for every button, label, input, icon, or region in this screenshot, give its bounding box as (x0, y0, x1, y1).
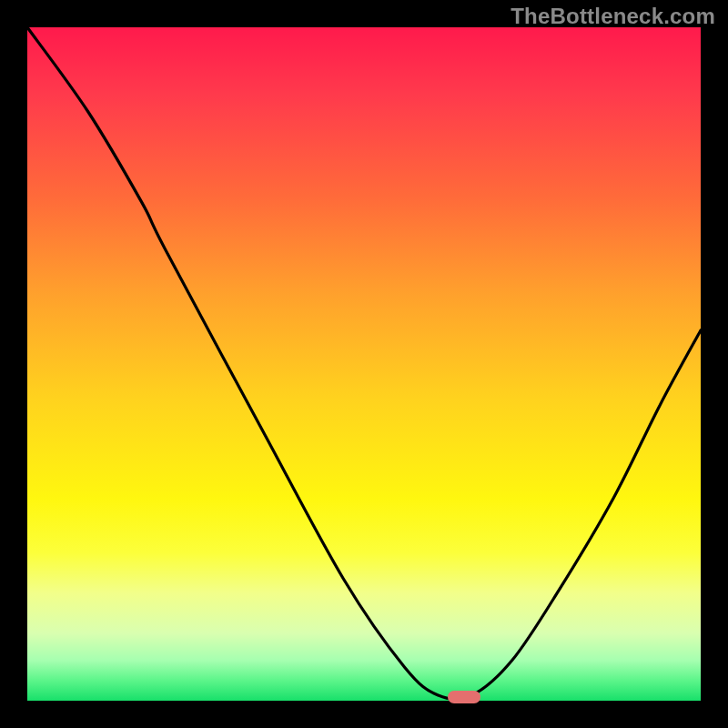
watermark-text: TheBottleneck.com (511, 4, 715, 29)
optimal-marker (448, 691, 480, 703)
chart-svg (0, 0, 728, 728)
bottleneck-curve (27, 27, 701, 699)
chart-container: TheBottleneck.com (0, 0, 728, 728)
plot-background (27, 27, 701, 701)
